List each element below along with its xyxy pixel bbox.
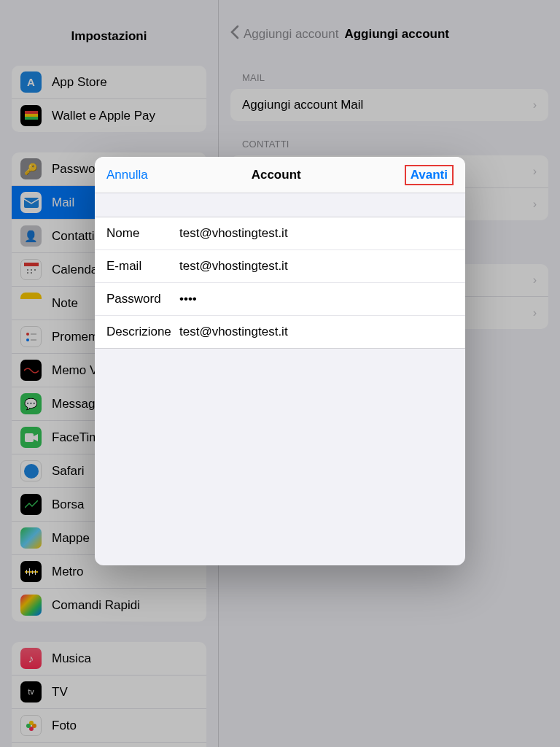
cancel-button[interactable]: Annulla [106,168,148,182]
field-descrizione[interactable]: Descrizione [95,316,465,348]
next-button[interactable]: Avanti [405,165,454,185]
field-label: E-mail [106,259,179,274]
password-input[interactable]: •••• [179,292,197,306]
nome-input[interactable] [179,226,454,241]
descrizione-input[interactable] [179,325,454,339]
field-label: Descrizione [106,325,179,339]
email-input[interactable] [179,259,454,274]
modal-title: Account [252,168,301,182]
field-nome[interactable]: Nome [95,217,465,250]
field-label: Password [106,292,179,306]
field-email[interactable]: E-mail [95,250,465,283]
field-label: Nome [106,226,179,241]
modal-header: Annulla Account Avanti [95,157,465,193]
field-password[interactable]: Password •••• [95,283,465,316]
modal-form: Nome E-mail Password •••• Descrizione [95,217,465,349]
account-modal: Annulla Account Avanti Nome E-mail Passw… [95,157,465,565]
